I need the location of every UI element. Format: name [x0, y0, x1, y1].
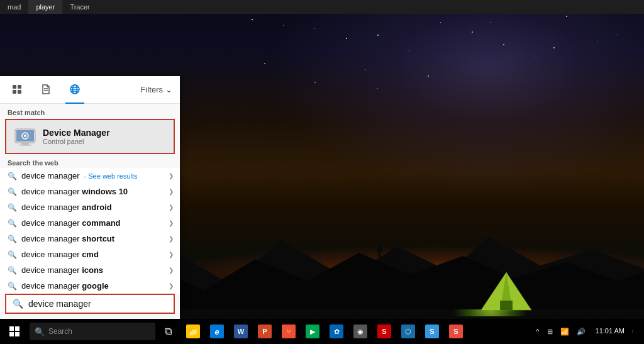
tab-all-apps[interactable] [8, 76, 26, 104]
tray-wifi[interactable]: 📶 [558, 326, 572, 337]
taskbar: 🔍 Search ⧉ 📁 e W P ⑂ ▶ ✿ ◉ S [0, 319, 644, 344]
arrow-icon-2: ❯ [169, 204, 174, 211]
best-match-subtitle: Control panel [43, 138, 110, 145]
arrow-icon-3: ❯ [169, 219, 174, 226]
search-icon-6: 🔍 [8, 266, 16, 275]
taskbar-icon-app3[interactable]: ◉ [349, 319, 372, 344]
svg-point-25 [24, 135, 26, 137]
tab-mad[interactable]: mad [0, 0, 28, 14]
best-match-title: Device Manager [43, 128, 110, 138]
web-result-text-5: device manager cmd [21, 250, 166, 259]
svg-rect-23 [19, 145, 31, 146]
taskbar-app-icons: 📁 e W P ⑂ ▶ ✿ ◉ S ⬡ S S [182, 319, 467, 344]
search-icon-1: 🔍 [8, 187, 16, 196]
svg-rect-9 [13, 85, 16, 89]
web-result-4[interactable]: 🔍 device manager shortcut ❯ [0, 231, 180, 247]
device-manager-icon [14, 125, 36, 148]
web-result-1[interactable]: 🔍 device manager windows 10 ❯ [0, 184, 180, 199]
taskbar-icon-git[interactable]: ⑂ [277, 319, 300, 344]
web-results-list: 🔍 device manager - See web results ❯ 🔍 d… [0, 168, 180, 294]
web-result-text-7: device manager google [21, 281, 166, 291]
search-input[interactable] [28, 299, 167, 309]
chevron-down-icon: ⌄ [165, 85, 172, 94]
web-result-text-2: device manager android [21, 203, 166, 212]
search-icon-5: 🔍 [8, 250, 16, 259]
arrow-icon-7: ❯ [169, 282, 174, 289]
web-result-7[interactable]: 🔍 device manager google ❯ [0, 278, 180, 294]
arrow-icon-1: ❯ [169, 188, 174, 195]
web-result-text-6: device manager icons [21, 265, 166, 275]
task-view-button[interactable]: ⧉ [157, 319, 179, 344]
taskbar-icon-app1[interactable]: ▶ [301, 319, 324, 344]
web-result-text-0: device manager - See web results [21, 171, 166, 180]
svg-rect-10 [18, 85, 21, 89]
taskbar-icon-explorer[interactable]: 📁 [182, 319, 204, 344]
svg-rect-12 [18, 90, 21, 94]
search-icon-4: 🔍 [8, 235, 16, 243]
tab-tracer[interactable]: Tracer [62, 0, 97, 14]
arrow-icon-6: ❯ [169, 267, 174, 274]
arrow-icon-5: ❯ [169, 251, 174, 258]
taskbar-icon-edge[interactable]: e [206, 319, 228, 344]
taskbar-icon-app7[interactable]: S [445, 319, 467, 344]
web-result-2[interactable]: 🔍 device manager android ❯ [0, 199, 180, 215]
web-result-3[interactable]: 🔍 device manager command ❯ [0, 215, 180, 231]
top-bar: mad player Tracer [0, 0, 644, 14]
best-match-item[interactable]: Device Manager Control panel [5, 119, 175, 154]
search-input-icon: 🔍 [13, 299, 23, 309]
search-icon-2: 🔍 [8, 203, 16, 212]
taskbar-search-text: Search [48, 327, 72, 336]
filters-button[interactable]: Filters ⌄ [141, 85, 172, 94]
search-icon-3: 🔍 [8, 219, 16, 228]
web-result-0[interactable]: 🔍 device manager - See web results ❯ [0, 168, 180, 184]
web-result-5[interactable]: 🔍 device manager cmd ❯ [0, 247, 180, 262]
system-tray: ^ ⊞ 📶 🔊 11:01 AM [533, 326, 644, 337]
search-input-bar[interactable]: 🔍 [5, 294, 175, 314]
web-result-text-3: device manager command [21, 218, 166, 228]
tab-player[interactable]: player [28, 0, 62, 14]
arrow-icon-0: ❯ [169, 172, 174, 179]
show-desktop-button[interactable] [632, 330, 639, 333]
tab-documents[interactable] [36, 76, 55, 104]
best-match-text: Device Manager Control panel [43, 128, 110, 145]
start-button[interactable] [0, 319, 28, 344]
taskbar-icon-app4[interactable]: S [373, 319, 396, 344]
see-web-results: - See web results [82, 172, 138, 180]
taskbar-icon-word[interactable]: W [230, 319, 252, 344]
taskbar-icon-powerpoint[interactable]: P [253, 319, 276, 344]
taskbar-icon-app5[interactable]: ⬡ [397, 319, 419, 344]
search-tabs: Filters ⌄ [0, 76, 180, 104]
search-icon-0: 🔍 [8, 172, 16, 180]
tray-arrow[interactable]: ^ [533, 326, 541, 336]
svg-rect-8 [500, 301, 513, 310]
search-panel: Filters ⌄ Best match Device Manager Cont… [0, 76, 180, 319]
filters-label: Filters [141, 85, 163, 94]
search-icon-7: 🔍 [8, 282, 16, 291]
arrow-icon-4: ❯ [169, 235, 174, 242]
taskbar-clock[interactable]: 11:01 AM [591, 326, 630, 336]
tab-web[interactable] [65, 76, 84, 104]
taskbar-time-display: 11:01 AM [596, 326, 625, 336]
taskbar-search-icon: 🔍 [35, 327, 45, 336]
windows-icon [9, 326, 19, 336]
web-result-text-4: device manager shortcut [21, 234, 166, 243]
svg-marker-3 [377, 241, 383, 252]
svg-rect-4 [391, 253, 393, 263]
best-match-label: Best match [0, 104, 180, 119]
taskbar-search[interactable]: 🔍 Search [30, 323, 155, 340]
taskbar-icon-app6[interactable]: S [421, 319, 443, 344]
taskbar-icon-app2[interactable]: ✿ [325, 319, 348, 344]
tray-network[interactable]: ⊞ [545, 326, 555, 337]
web-result-6[interactable]: 🔍 device manager icons ❯ [0, 262, 180, 278]
tray-volume[interactable]: 🔊 [574, 326, 588, 337]
svg-rect-22 [21, 143, 29, 145]
search-web-label: Search the web [0, 155, 180, 168]
web-result-text-1: device manager windows 10 [21, 187, 166, 196]
svg-rect-11 [13, 90, 16, 94]
